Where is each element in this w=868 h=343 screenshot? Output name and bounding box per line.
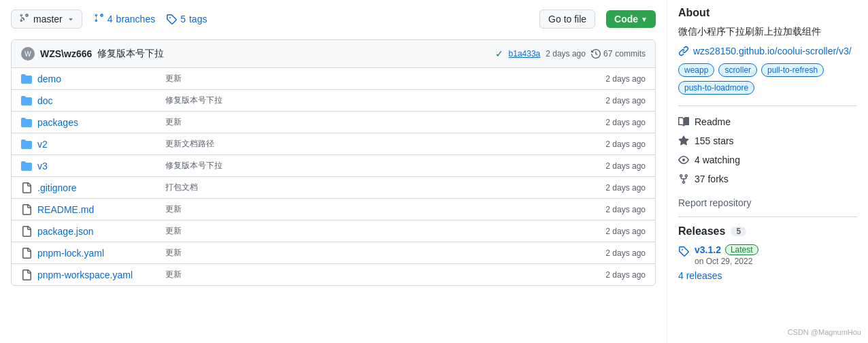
table-row: packages更新2 days ago bbox=[12, 112, 655, 133]
link-icon bbox=[678, 46, 689, 56]
file-name: v2 bbox=[37, 139, 160, 150]
watching-item: 4 watching bbox=[678, 152, 857, 167]
chevron-down-icon bbox=[67, 15, 75, 23]
latest-badge: Latest bbox=[725, 244, 758, 255]
eye-icon bbox=[678, 154, 689, 165]
table-row: doc修复版本号下拉2 days ago bbox=[12, 90, 655, 112]
file-name-link[interactable]: v3 bbox=[37, 161, 48, 172]
releases-header: Releases 5 bbox=[678, 225, 857, 238]
file-icon bbox=[21, 182, 32, 193]
about-website-link[interactable]: wzs28150.github.io/coolui-scroller/v3/ bbox=[678, 46, 857, 56]
release-item: v3.1.2 Latest on Oct 29, 2022 bbox=[678, 244, 857, 266]
tags-container: weappscrollerpull-to-refreshpush-to-load… bbox=[678, 63, 857, 95]
about-section: About 微信小程序下拉刷新上拉加载组件 wzs28150.github.io… bbox=[678, 7, 857, 95]
file-time: 2 days ago bbox=[591, 248, 646, 258]
avatar: W bbox=[21, 47, 35, 61]
branch-label: master bbox=[33, 14, 63, 24]
file-name-link[interactable]: package.json bbox=[37, 226, 94, 237]
file-name-link[interactable]: v2 bbox=[37, 139, 48, 150]
about-title: About bbox=[678, 7, 857, 19]
file-name: pnpm-workspace.yaml bbox=[37, 270, 160, 280]
table-row: .gitignore打包文档2 days ago bbox=[12, 177, 655, 199]
stars-link[interactable]: 155 stars bbox=[695, 135, 734, 146]
topic-tag[interactable]: weapp bbox=[678, 63, 714, 77]
stars-item: 155 stars bbox=[678, 133, 857, 148]
table-row: package.json更新2 days ago bbox=[12, 220, 655, 242]
commits-label: commits bbox=[615, 49, 646, 59]
sidebar: About 微信小程序下拉刷新上拉加载组件 wzs28150.github.io… bbox=[667, 0, 868, 343]
topic-tag[interactable]: pull-to-refresh bbox=[761, 63, 824, 77]
file-name-link[interactable]: .gitignore bbox=[37, 182, 77, 193]
folder-icon bbox=[21, 95, 32, 106]
file-name: doc bbox=[37, 95, 160, 106]
forks-item: 37 forks bbox=[678, 172, 857, 186]
table-row: pnpm-workspace.yaml更新2 days ago bbox=[12, 264, 655, 285]
file-message: 修复版本号下拉 bbox=[165, 95, 586, 106]
file-message: 打包文档 bbox=[165, 182, 586, 193]
release-version-link[interactable]: v3.1.2 bbox=[695, 244, 721, 255]
commit-user: WZS\wz666 bbox=[40, 48, 92, 59]
commit-time: 2 days ago bbox=[546, 49, 586, 59]
file-name: .gitignore bbox=[37, 182, 160, 193]
file-message: 更新 bbox=[165, 247, 586, 259]
file-name-link[interactable]: doc bbox=[37, 95, 53, 106]
divider-1 bbox=[678, 105, 857, 106]
releases-title: Releases bbox=[678, 225, 725, 238]
branch-count-icon bbox=[93, 14, 104, 24]
file-message: 更新文档路径 bbox=[165, 138, 586, 150]
branches-count: 4 bbox=[107, 14, 113, 24]
forks-link[interactable]: 37 forks bbox=[695, 174, 729, 184]
file-name: pnpm-lock.yaml bbox=[37, 248, 160, 259]
file-name-link[interactable]: pnpm-workspace.yaml bbox=[37, 270, 133, 280]
code-button[interactable]: Code ▼ bbox=[606, 10, 656, 28]
folder-icon bbox=[21, 74, 32, 84]
branch-icon bbox=[18, 14, 29, 24]
readme-link[interactable]: Readme bbox=[695, 116, 731, 127]
branches-link[interactable]: 4 branches bbox=[93, 14, 155, 24]
file-table: W WZS\wz666 修复版本号下拉 ✓ b1a433a 2 days ago… bbox=[11, 39, 656, 286]
fork-icon bbox=[678, 174, 689, 184]
branch-selector[interactable]: master bbox=[11, 10, 82, 29]
commits-link[interactable]: 67 commits bbox=[591, 49, 646, 59]
file-message: 更新 bbox=[165, 269, 586, 280]
file-time: 2 days ago bbox=[591, 161, 646, 171]
file-name: demo bbox=[37, 74, 160, 84]
commit-hash-link[interactable]: b1a433a bbox=[509, 49, 541, 59]
folder-icon bbox=[21, 139, 32, 150]
topic-tag[interactable]: scroller bbox=[718, 63, 757, 77]
toolbar: master 4 branches 5 tags bbox=[11, 7, 656, 31]
topic-tag[interactable]: push-to-loadmore bbox=[678, 81, 754, 95]
star-icon bbox=[678, 135, 689, 146]
file-time: 2 days ago bbox=[591, 118, 646, 127]
file-message: 更新 bbox=[165, 203, 586, 215]
folder-icon bbox=[21, 117, 32, 128]
tags-link[interactable]: 5 tags bbox=[166, 14, 207, 24]
table-row: v2更新文档路径2 days ago bbox=[12, 133, 655, 155]
releases-section: Releases 5 v3.1.2 Latest on Oct 29, 2022… bbox=[678, 225, 857, 281]
branches-label: branches bbox=[116, 14, 156, 24]
file-name-link[interactable]: README.md bbox=[37, 204, 94, 215]
check-icon: ✓ bbox=[495, 48, 503, 59]
release-version: v3.1.2 Latest bbox=[695, 244, 758, 255]
file-time: 2 days ago bbox=[591, 270, 646, 280]
go-to-file-button[interactable]: Go to file bbox=[539, 10, 595, 29]
report-repository-link[interactable]: Report repository bbox=[678, 197, 751, 208]
code-chevron-icon: ▼ bbox=[641, 16, 648, 23]
watching-link[interactable]: 4 watching bbox=[695, 154, 740, 165]
file-message: 更新 bbox=[165, 116, 586, 128]
table-row: demo更新2 days ago bbox=[12, 68, 655, 90]
file-name-link[interactable]: pnpm-lock.yaml bbox=[37, 248, 104, 259]
file-message: 更新 bbox=[165, 73, 586, 84]
file-name: v3 bbox=[37, 161, 160, 172]
tag-release-icon bbox=[678, 246, 689, 257]
all-releases-link[interactable]: 4 releases bbox=[678, 270, 857, 281]
table-row: README.md更新2 days ago bbox=[12, 199, 655, 220]
release-date: on Oct 29, 2022 bbox=[695, 257, 758, 266]
file-name-link[interactable]: packages bbox=[37, 117, 78, 128]
file-name-link[interactable]: demo bbox=[37, 74, 61, 84]
about-link-text: wzs28150.github.io/coolui-scroller/v3/ bbox=[693, 46, 852, 56]
file-table-header: W WZS\wz666 修复版本号下拉 ✓ b1a433a 2 days ago… bbox=[12, 40, 655, 68]
watermark: CSDN @MagnumHou bbox=[788, 328, 861, 336]
about-description: 微信小程序下拉刷新上拉加载组件 bbox=[678, 24, 857, 39]
file-message: 修复版本号下拉 bbox=[165, 160, 586, 172]
